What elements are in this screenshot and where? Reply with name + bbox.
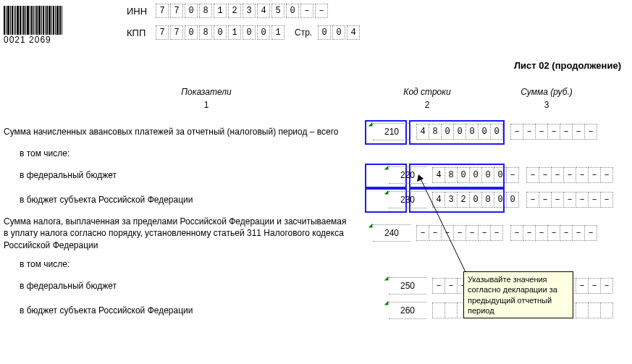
page-cells: 0 0 4 [318,25,361,40]
kpp-label: КПП [127,27,156,38]
inn-cell: 8 [199,4,212,18]
row-210-label: Сумма начисленных авансовых платежей за … [4,126,358,137]
page-cell: 0 [332,25,345,40]
row-230-code: 230 [389,191,426,208]
inn-cell: 0 [185,4,198,18]
row-incl: в том числе: [4,148,628,159]
row-210-code: 210 [373,123,410,140]
inn-cell: – [300,4,313,18]
inn-cell: 3 [243,4,256,18]
row-220: в федеральный бюджет 220 4 8 0 0 0 0 – –… [4,166,628,184]
row-230-sum1: 4 3 2 0 0 0 0 [432,192,519,208]
col-num-3: 3 [474,100,619,110]
row-240: Сумма налога, выплаченная за пределами Р… [4,216,628,251]
row-260-label: в бюджет субъекта Российской Федерации [4,305,374,316]
row-incl2: в том числе: [4,258,628,270]
row-230: в бюджет субъекта Российской Федерации 2… [4,191,628,208]
inn-cell: 4 [257,4,270,18]
kpp-cell: 0 [214,25,227,40]
inn-cell: 7 [170,4,183,18]
including-label-2: в том числе: [4,258,374,270]
kpp-cell: 7 [170,25,183,40]
row-230-label: в бюджет субъекта Российской Федерации [4,194,374,206]
inn-cells: 7 7 0 8 1 2 3 4 5 0 – – [156,4,329,18]
row-220-sum2: – – – – – – – [526,167,613,183]
inn-cell: 7 [156,4,169,18]
kpp-cell: 8 [199,25,212,40]
row-210: Сумма начисленных авансовых платежей за … [4,123,628,140]
inn-label: ИНН [127,6,156,17]
row-250-code: 250 [389,277,426,295]
sheet-title: Лист 02 (продолжение) [4,60,628,71]
row-220-code: 220 [389,166,426,184]
row-240-sum1: – – – – – – – [416,225,503,241]
kpp-cell: 0 [185,25,198,40]
row-240-code: 240 [373,224,410,242]
kpp-cell: 0 [243,25,256,40]
col-header-code: Код строки [380,87,474,97]
col-num-1: 1 [4,100,380,110]
row-210-sum1: 4 8 0 0 0 0 0 [416,124,503,140]
page-cell: 4 [347,25,360,40]
row-240-label: Сумма налога, выплаченная за пределами Р… [4,216,358,251]
col-header-indicators: Показатели [4,87,380,97]
row-240-sum2: – – – – – – – [510,225,597,241]
barcode: 0021 2069 [4,6,76,45]
inn-cell: 5 [271,4,285,18]
including-label: в том числе: [4,148,374,159]
barcode-number: 0021 2069 [4,35,76,45]
col-num-2: 2 [380,100,474,110]
kpp-cell: 0 [257,25,270,40]
inn-cell: 2 [228,4,241,18]
page-cell: 0 [318,25,331,40]
kpp-cells: 7 7 0 8 0 1 0 0 1 [156,25,286,40]
kpp-cell: 7 [156,25,169,40]
page-abbr: Стр. [295,27,312,38]
col-header-sum: Сумма (руб.) [474,87,619,97]
row-210-sum2: – – – – – – – [510,124,597,140]
row-220-label: в федеральный бюджет [4,169,374,181]
row-230-sum2: – – – – – – – [526,192,613,208]
annotation-tooltip: Указывайте значения согласно декларации … [463,271,573,318]
row-250-label: в федеральный бюджет [4,280,374,292]
inn-cell: 0 [286,4,299,18]
row-220-sum1: 4 8 0 0 0 0 – [432,167,519,183]
row-260-code: 260 [389,302,426,319]
inn-cell: – [315,4,328,18]
kpp-cell: 1 [228,25,241,40]
inn-cell: 1 [214,4,227,18]
kpp-cell: 1 [271,25,285,40]
